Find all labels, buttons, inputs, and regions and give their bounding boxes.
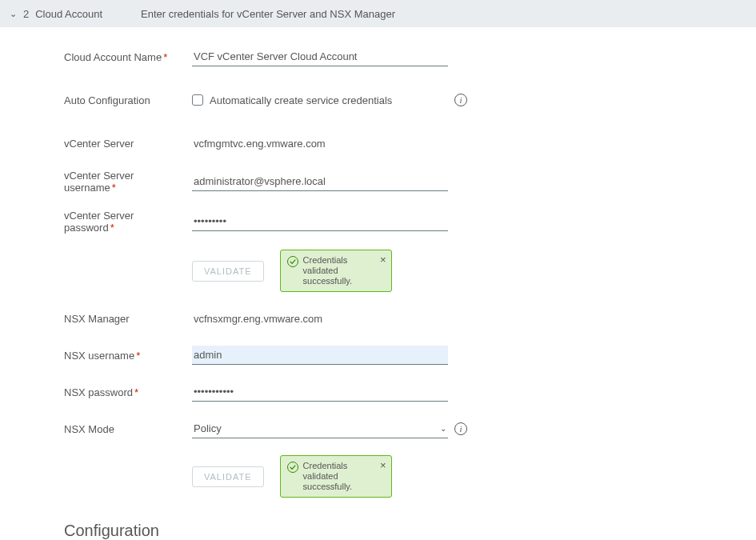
section-configuration: Configuration	[64, 522, 756, 540]
nsx-username-input[interactable]	[192, 346, 448, 365]
label-nsx-mode: NSX Mode	[64, 423, 192, 435]
vc-username-input[interactable]	[192, 172, 448, 191]
vc-validate-button[interactable]: Validate	[192, 261, 264, 282]
nsx-toast-message: Credentials validated successfully.	[303, 461, 385, 492]
row-vc-user: vCenter Server username*	[64, 170, 756, 194]
check-circle-icon	[287, 256, 298, 267]
label-nsx-pass: NSX password*	[64, 386, 192, 398]
row-account-name: Cloud Account Name*	[64, 46, 756, 67]
vc-validate-toast: Credentials validated successfully. ×	[280, 250, 392, 292]
account-name-input[interactable]	[192, 47, 448, 66]
label-vc-pass: vCenter Server password*	[64, 210, 192, 234]
close-icon[interactable]: ×	[380, 459, 386, 471]
step-number: 2	[23, 8, 29, 20]
vc-toast-message: Credentials validated successfully.	[303, 255, 385, 286]
vc-server-value: vcfmgmtvc.eng.vmware.com	[192, 134, 327, 153]
label-auto-config: Auto Configuration	[64, 94, 192, 106]
close-icon[interactable]: ×	[380, 254, 386, 266]
auto-config-checkbox[interactable]	[192, 94, 203, 106]
row-auto-config: Auto Configuration Automatically create …	[64, 90, 756, 110]
label-nsx-manager: NSX Manager	[64, 313, 192, 325]
auto-config-checkbox-label: Automatically create service credentials	[210, 94, 392, 106]
nsx-password-input[interactable]	[192, 382, 448, 402]
vc-password-input[interactable]	[192, 212, 448, 231]
label-account-name: Cloud Account Name*	[64, 51, 192, 63]
row-vc-validate: Validate Credentials validated successfu…	[64, 250, 756, 292]
required-marker: *	[110, 222, 114, 234]
row-nsx-user: NSX username*	[64, 345, 756, 366]
nsx-validate-toast: Credentials validated successfully. ×	[280, 455, 392, 498]
nsx-mode-select[interactable]: Policy ⌄	[192, 419, 448, 438]
row-vc-server: vCenter Server vcfmgmtvc.eng.vmware.com	[64, 133, 756, 154]
label-nsx-user: NSX username*	[64, 350, 192, 362]
step-title: Cloud Account	[35, 8, 102, 20]
row-nsx-mode: NSX Mode Policy ⌄ i	[64, 418, 756, 439]
step-subtitle: Enter credentials for vCenter Server and…	[141, 8, 395, 20]
chevron-down-icon: ⌄	[440, 424, 446, 433]
info-icon[interactable]: i	[454, 94, 467, 106]
label-vc-user: vCenter Server username*	[64, 170, 192, 194]
row-vc-pass: vCenter Server password*	[64, 210, 756, 234]
nsx-manager-value: vcfnsxmgr.eng.vmware.com	[192, 310, 324, 328]
required-marker: *	[136, 350, 140, 362]
chevron-down-icon: ⌄	[10, 9, 17, 19]
check-circle-icon	[287, 462, 298, 473]
required-marker: *	[112, 182, 116, 194]
nsx-mode-value: Policy	[194, 422, 222, 434]
row-nsx-manager: NSX Manager vcfnsxmgr.eng.vmware.com	[64, 308, 756, 329]
info-icon[interactable]: i	[454, 422, 467, 435]
row-nsx-validate: Validate Credentials validated successfu…	[64, 455, 756, 498]
label-vc-server: vCenter Server	[64, 138, 192, 150]
row-nsx-pass: NSX password*	[64, 382, 756, 402]
form-body: Cloud Account Name* Auto Configuration A…	[0, 27, 756, 540]
nsx-validate-button[interactable]: Validate	[192, 466, 264, 487]
required-marker: *	[163, 51, 167, 63]
required-marker: *	[134, 386, 138, 398]
step-header[interactable]: ⌄ 2 Cloud Account Enter credentials for …	[0, 0, 756, 27]
